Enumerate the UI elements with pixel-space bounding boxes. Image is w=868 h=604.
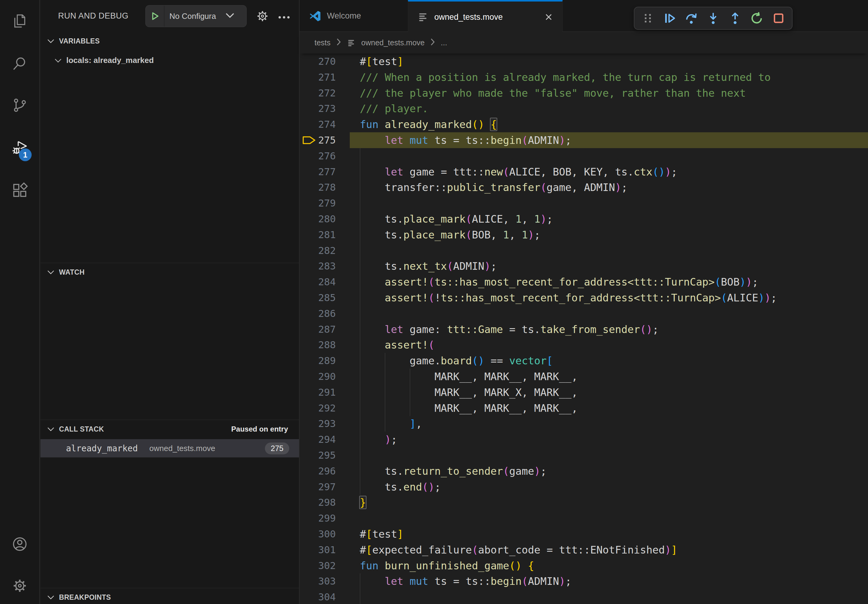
line-number[interactable]: 284 — [299, 274, 350, 290]
line-number[interactable]: 292 — [299, 400, 350, 416]
views-more-actions-icon[interactable] — [277, 10, 291, 24]
code-text[interactable]: ); — [350, 432, 868, 448]
line-number[interactable]: 302 — [299, 558, 350, 574]
code-line-289[interactable]: 289 game.board() == vector[ — [299, 353, 868, 369]
line-number[interactable]: 303 — [299, 573, 350, 589]
code-line-291[interactable]: 291 MARK__, MARK_X, MARK__, — [299, 384, 868, 400]
code-line-271[interactable]: 271/// When a position is already marked… — [299, 69, 868, 85]
code-text[interactable]: transfer::public_transfer(game, ADMIN); — [350, 180, 868, 195]
code-line-287[interactable]: 287 let game: ttt::Game = ts.take_from_s… — [299, 321, 868, 337]
code-text[interactable] — [350, 148, 868, 164]
line-number[interactable]: 290 — [299, 369, 350, 384]
continue-icon[interactable] — [662, 10, 677, 26]
toolbar-drag-grip[interactable] — [640, 10, 656, 26]
code-text[interactable]: MARK__, MARK_X, MARK__, — [350, 384, 868, 400]
code-text[interactable]: } — [350, 494, 868, 510]
code-text[interactable]: let mut ts = ts::begin(ADMIN); — [350, 132, 868, 148]
code-line-272[interactable]: 272/// the player who made the "false" m… — [299, 85, 868, 101]
variables-section-header[interactable]: VARIABLES — [40, 34, 299, 48]
code-line-275[interactable]: 275 let mut ts = ts::begin(ADMIN); — [299, 132, 868, 148]
line-number[interactable]: 270 — [299, 54, 350, 69]
line-number[interactable]: 288 — [299, 337, 350, 353]
code-text[interactable]: ts.place_mark(ALICE, 1, 1); — [350, 211, 868, 227]
line-number[interactable]: 298 — [299, 494, 350, 510]
debug-settings-gear-icon[interactable] — [256, 9, 270, 23]
code-text[interactable]: assert!( — [350, 337, 868, 353]
code-line-297[interactable]: 297 ts.end(); — [299, 479, 868, 495]
code-text[interactable]: assert!(!ts::has_most_recent_for_address… — [350, 290, 868, 306]
watch-section-header[interactable]: WATCH — [40, 265, 299, 279]
line-number[interactable]: 283 — [299, 258, 350, 274]
code-text[interactable] — [350, 306, 868, 321]
call-stack-frame-row[interactable]: already_marked owned_tests.move 275 — [40, 439, 299, 457]
code-text[interactable]: let mut ts = ts::begin(ADMIN); — [350, 573, 868, 589]
line-number[interactable]: 295 — [299, 448, 350, 463]
code-line-276[interactable]: 276 — [299, 148, 868, 164]
source-control-icon[interactable] — [11, 97, 28, 114]
code-line-299[interactable]: 299 — [299, 510, 868, 526]
variables-scope-locals[interactable]: locals: already_marked — [40, 52, 299, 68]
code-text[interactable]: let game = ttt::new(ALICE, BOB, KEY, ts.… — [350, 164, 868, 180]
call-stack-section-header[interactable]: CALL STACK Paused on entry — [40, 422, 299, 436]
line-number[interactable]: 280 — [299, 211, 350, 227]
line-number[interactable]: 285 — [299, 290, 350, 306]
line-number[interactable]: 273 — [299, 101, 350, 116]
code-line-304[interactable]: 304 — [299, 589, 868, 604]
code-line-284[interactable]: 284 assert!(ts::has_most_recent_for_addr… — [299, 274, 868, 290]
code-line-286[interactable]: 286 — [299, 306, 868, 321]
line-number[interactable]: 278 — [299, 180, 350, 195]
account-icon[interactable] — [11, 536, 28, 553]
code-line-281[interactable]: 281 ts.place_mark(BOB, 1, 1); — [299, 227, 868, 243]
line-number[interactable]: 289 — [299, 353, 350, 369]
code-text[interactable] — [350, 589, 868, 604]
line-number[interactable]: 271 — [299, 69, 350, 85]
code-text[interactable] — [350, 195, 868, 211]
code-text[interactable] — [350, 243, 868, 259]
extensions-icon[interactable] — [11, 182, 28, 199]
code-line-301[interactable]: 301#[expected_failure(abort_code = ttt::… — [299, 542, 868, 558]
code-line-295[interactable]: 295 — [299, 448, 868, 463]
code-line-294[interactable]: 294 ); — [299, 432, 868, 448]
breadcrumb-symbol-ellipsis[interactable]: ... — [441, 38, 447, 47]
code-text[interactable]: /// the player who made the "false" move… — [350, 85, 868, 101]
line-number[interactable]: 286 — [299, 306, 350, 321]
code-line-280[interactable]: 280 ts.place_mark(ALICE, 1, 1); — [299, 211, 868, 227]
code-text[interactable]: MARK__, MARK__, MARK__, — [350, 369, 868, 384]
code-line-273[interactable]: 273/// player. — [299, 101, 868, 116]
line-number[interactable]: 291 — [299, 384, 350, 400]
code-line-298[interactable]: 298} — [299, 494, 868, 510]
line-number[interactable]: 299 — [299, 510, 350, 526]
line-number[interactable]: 287 — [299, 321, 350, 337]
breadcrumb-folder[interactable]: tests — [315, 38, 330, 47]
line-number[interactable]: 301 — [299, 542, 350, 558]
step-over-icon[interactable] — [684, 10, 699, 26]
line-number[interactable]: 281 — [299, 227, 350, 243]
code-text[interactable] — [350, 510, 868, 526]
code-line-293[interactable]: 293 ], — [299, 416, 868, 432]
code-line-292[interactable]: 292 MARK__, MARK__, MARK__, — [299, 400, 868, 416]
code-line-300[interactable]: 300#[test] — [299, 526, 868, 542]
code-line-277[interactable]: 277 let game = ttt::new(ALICE, BOB, KEY,… — [299, 164, 868, 180]
line-number[interactable]: 272 — [299, 85, 350, 101]
code-text[interactable]: fun burn_unfinished_game() { — [350, 558, 868, 574]
code-text[interactable]: ts.return_to_sender(game); — [350, 463, 868, 479]
code-line-282[interactable]: 282 — [299, 243, 868, 259]
code-text[interactable]: ts.place_mark(BOB, 1, 1); — [350, 227, 868, 243]
line-number[interactable]: 300 — [299, 526, 350, 542]
code-line-296[interactable]: 296 ts.return_to_sender(game); — [299, 463, 868, 479]
code-line-274[interactable]: 274fun already_marked() { — [299, 116, 868, 132]
code-text[interactable]: /// player. — [350, 101, 868, 116]
code-line-283[interactable]: 283 ts.next_tx(ADMIN); — [299, 258, 868, 274]
restart-icon[interactable] — [749, 10, 764, 26]
launch-configuration-dropdown[interactable]: No Configura — [146, 5, 246, 27]
code-text[interactable] — [350, 448, 868, 463]
code-line-279[interactable]: 279 — [299, 195, 868, 211]
stop-icon[interactable] — [771, 10, 786, 26]
code-editor[interactable]: 270#[test]271/// When a position is alre… — [299, 0, 868, 604]
code-text[interactable]: #[test] — [350, 54, 868, 69]
line-number[interactable]: 282 — [299, 243, 350, 259]
line-number[interactable]: 274 — [299, 116, 350, 132]
line-number[interactable]: 277 — [299, 164, 350, 180]
code-text[interactable]: let game: ttt::Game = ts.take_from_sende… — [350, 321, 868, 337]
code-text[interactable]: game.board() == vector[ — [350, 353, 868, 369]
